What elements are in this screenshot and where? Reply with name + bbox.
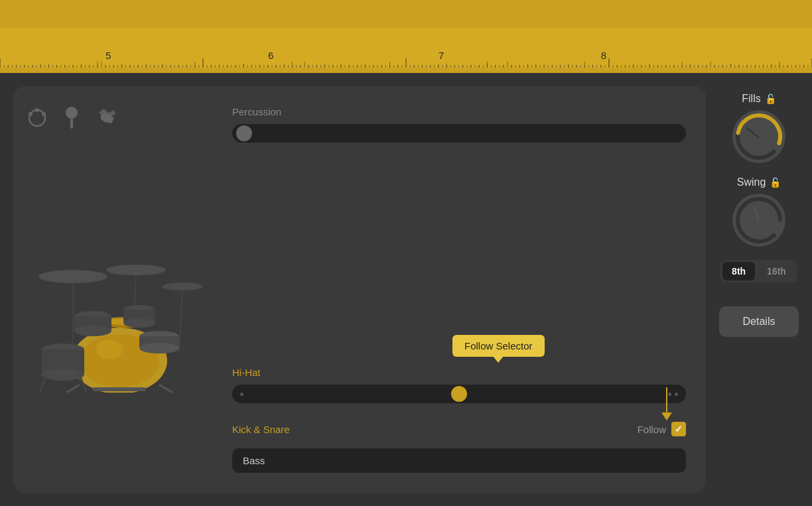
- percussion-icons: [27, 106, 118, 130]
- svg-point-306: [66, 107, 78, 119]
- drum-kit: [13, 86, 226, 493]
- follow-group: Follow ✓: [638, 422, 686, 436]
- drum-kit-illustration: [27, 207, 212, 393]
- fills-lock-icon[interactable]: 🔓: [765, 94, 776, 104]
- hihat-section: Hi-Hat Follow Selector: [232, 367, 686, 403]
- swing-label: Swing: [737, 176, 766, 188]
- follow-selector-tooltip: Follow Selector: [452, 335, 545, 357]
- spacer: [232, 161, 686, 348]
- hihat-dots-left: [240, 393, 243, 396]
- clap-icon: [96, 107, 118, 129]
- svg-line-334: [159, 385, 172, 393]
- svg-rect-307: [70, 118, 73, 129]
- svg-rect-335: [93, 387, 146, 391]
- tooltip-arrow-line: [661, 387, 672, 420]
- svg-point-303: [35, 108, 39, 112]
- svg-point-305: [29, 112, 33, 116]
- fills-section: Fills 🔓: [732, 93, 785, 163]
- svg-point-312: [163, 283, 202, 290]
- percussion-thumb[interactable]: [236, 125, 252, 141]
- kick-snare-label: Kick & Snare: [232, 424, 290, 435]
- svg-point-324: [74, 326, 111, 336]
- details-button[interactable]: Details: [719, 306, 799, 337]
- follow-label: Follow: [638, 424, 666, 435]
- controls-panel: Percussion Hi-Hat: [226, 86, 706, 493]
- percussion-slider[interactable]: [232, 124, 686, 143]
- svg-point-330: [42, 369, 84, 381]
- hihat-thumb[interactable]: [451, 386, 467, 402]
- hihat-label: Hi-Hat: [232, 367, 686, 378]
- beat-8th-button[interactable]: 8th: [722, 262, 755, 281]
- svg-point-308: [38, 270, 107, 283]
- svg-point-321: [139, 343, 179, 353]
- svg-line-331: [40, 375, 46, 393]
- beat-buttons: 8th 16th: [720, 260, 797, 283]
- arrow-head: [661, 412, 672, 420]
- svg-line-333: [66, 385, 80, 393]
- follow-checkbox[interactable]: ✓: [671, 422, 686, 436]
- tooltip-arrow: [493, 356, 504, 363]
- hihat-slider[interactable]: Follow Selector: [232, 385, 686, 403]
- checkmark-icon: ✓: [675, 424, 683, 434]
- follow-selector-tooltip-container: Follow Selector: [452, 335, 545, 357]
- percussion-label: Percussion: [232, 106, 686, 117]
- svg-point-310: [106, 265, 166, 275]
- bass-label: Bass: [243, 455, 265, 466]
- drum-panel: Percussion Hi-Hat: [13, 86, 706, 493]
- right-panel: Fills 🔓 Swing 🔓: [719, 86, 799, 493]
- bass-selector[interactable]: Bass: [232, 448, 686, 473]
- tambourine-icon: [27, 107, 48, 129]
- svg-point-318: [96, 340, 123, 359]
- swing-section: Swing 🔓: [732, 176, 785, 247]
- fills-label-row: Fills 🔓: [742, 93, 776, 105]
- fills-knob[interactable]: [732, 110, 785, 163]
- svg-point-304: [42, 112, 46, 116]
- main-area: Percussion Hi-Hat: [0, 73, 812, 506]
- swing-lock-icon[interactable]: 🔓: [770, 177, 781, 188]
- maraca-icon: [62, 106, 81, 130]
- kick-snare-section: Kick & Snare Follow ✓: [232, 422, 686, 473]
- percussion-section: Percussion: [232, 106, 686, 143]
- svg-point-327: [123, 318, 155, 328]
- beat-16th-button[interactable]: 16th: [758, 262, 795, 281]
- timeline: 5 6 7 8 // Generate ticks const svgTicks…: [0, 0, 812, 73]
- kick-snare-row: Kick & Snare Follow ✓: [232, 422, 686, 436]
- swing-knob[interactable]: [732, 194, 785, 247]
- fills-label: Fills: [742, 93, 760, 105]
- ruler-ticks: // Generate ticks const svgTicks = docum…: [0, 54, 812, 68]
- swing-label-row: Swing 🔓: [737, 176, 781, 188]
- svg-line-313: [179, 290, 182, 353]
